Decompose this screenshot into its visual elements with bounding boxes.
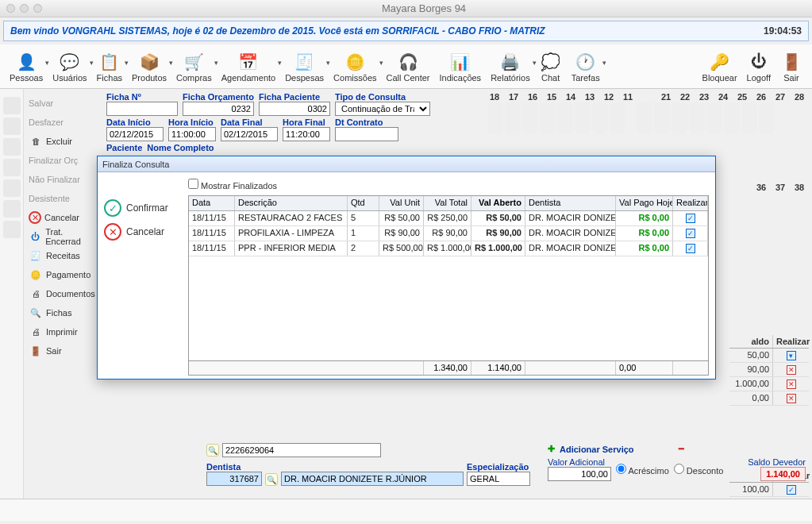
dt-contr-input[interactable]	[335, 127, 398, 141]
tooth-icon[interactable]	[672, 102, 687, 134]
mostrar-finalizados-checkbox[interactable]: Mostrar Finalizados	[188, 181, 277, 191]
cancelar-button[interactable]: ✕Cancelar	[25, 208, 102, 227]
tooth-icon[interactable]	[487, 102, 503, 134]
checkbox[interactable]: ✓	[686, 214, 695, 223]
callcenter-button[interactable]: 🎧Call Center	[382, 49, 435, 84]
mini-icon[interactable]	[3, 97, 21, 114]
ficha-n-input[interactable]	[106, 102, 178, 116]
usuarios-button[interactable]: 💬Usuários▾	[48, 49, 91, 84]
mini-icon[interactable]	[3, 138, 21, 156]
confirmar-button[interactable]: ✓Confirmar	[101, 196, 182, 220]
tarefas-button[interactable]: 🕐Tarefas▾	[567, 49, 605, 84]
search-icon[interactable]: 🔍	[265, 473, 278, 486]
table-row[interactable]: 18/11/15PPR - INFERIOR MEDIA2R$ 500,00R$…	[189, 241, 708, 256]
receitas-button[interactable]: 🧾Receitas	[25, 246, 102, 265]
mini-icon[interactable]	[3, 221, 21, 238]
checkbox[interactable]: ✕	[787, 394, 796, 403]
cart-icon: 🛒	[183, 51, 205, 73]
checkbox[interactable]: ✕	[787, 380, 796, 389]
logoff-button[interactable]: ⏻Logoff	[742, 49, 775, 84]
hora-fin-input[interactable]	[283, 127, 330, 141]
desistente-button[interactable]: Desistente	[25, 189, 102, 208]
agendamento-button[interactable]: 📅Agendamento▾	[217, 49, 281, 84]
documentos-button[interactable]: 🖨Documentos	[25, 284, 102, 303]
finaliza-consulta-modal: Finaliza Consulta ✓Confirmar ✕Cancelar M…	[97, 156, 716, 380]
close-dot[interactable]	[6, 4, 15, 13]
max-dot[interactable]	[33, 4, 42, 13]
table-row[interactable]: 18/11/15PROFILAXIA - LIMPEZA1R$ 90,00R$ …	[189, 226, 708, 241]
checkbox[interactable]: ✓	[686, 244, 695, 253]
sair-button[interactable]: 🚪Sair	[775, 49, 807, 84]
mini-icon[interactable]	[3, 179, 21, 197]
phone-input[interactable]	[222, 443, 381, 457]
checkbox[interactable]: ▾	[787, 351, 796, 360]
fichas-button[interactable]: 📋Fichas▾	[92, 49, 127, 84]
tooth-icon[interactable]	[592, 102, 608, 134]
ficha-orc-input[interactable]	[183, 102, 254, 116]
tooth-icon[interactable]	[557, 102, 573, 134]
excluir-button[interactable]: 🗑Excluir	[25, 132, 102, 151]
min-dot[interactable]	[20, 4, 29, 13]
tooth-icon[interactable]	[575, 102, 591, 134]
tooth-icon[interactable]	[540, 102, 556, 134]
data-ini-input[interactable]	[106, 127, 164, 141]
welcome-bar: Bem vindo VONGRAHL SISTEMAS, hoje é 02 d…	[3, 21, 809, 41]
bloquear-button[interactable]: 🔑Bloquear	[698, 49, 742, 84]
tooth-icon[interactable]	[654, 102, 670, 134]
pessoas-button[interactable]: 👤Pessoas▾	[5, 49, 48, 84]
mini-icon[interactable]	[3, 118, 21, 135]
dentista-nome-input[interactable]	[281, 472, 464, 486]
tooth-icon[interactable]	[724, 102, 740, 134]
imprimir-button[interactable]: 🖨Imprimir	[25, 322, 102, 341]
tooth-icon[interactable]	[759, 102, 775, 134]
ficha-pac-input[interactable]	[259, 102, 330, 116]
espec-input[interactable]	[467, 472, 530, 486]
acrescimo-radio[interactable]: Acréscimo	[616, 464, 669, 476]
minus-icon[interactable]: ━	[679, 444, 684, 454]
tooth-number: 12	[601, 92, 617, 102]
desfazer-button[interactable]: Desfazer	[25, 113, 102, 132]
relatorios-button[interactable]: 🖨️Relatórios▾	[486, 49, 535, 84]
chat-button[interactable]: 💭Chat	[535, 49, 567, 84]
data-fin-input[interactable]	[221, 127, 278, 141]
tooth-number: 13	[582, 92, 598, 102]
tooth-icon[interactable]	[505, 102, 521, 134]
modal-title: Finaliza Consulta	[98, 156, 715, 172]
search-icon[interactable]: 🔍	[206, 444, 219, 457]
salvar-button[interactable]: Salvar	[25, 94, 102, 113]
tooth-icon[interactable]	[637, 102, 652, 134]
plus-icon[interactable]: ✚	[548, 444, 555, 454]
tipo-select[interactable]: Continuação de Tratam	[335, 102, 430, 116]
tooth-icon[interactable]	[741, 102, 757, 134]
sair-side-button[interactable]: 🚪Sair	[25, 341, 102, 360]
comissoes-button[interactable]: 🪙Comissões▾	[329, 49, 381, 84]
tooth-icon[interactable]	[689, 102, 705, 134]
search-icon: 🔍	[29, 306, 43, 320]
table-row[interactable]: 18/11/15RESTAURACAO 2 FACES5R$ 50,00R$ 2…	[189, 211, 708, 226]
checkbox[interactable]: ✕	[787, 365, 796, 375]
tooth-icon[interactable]	[610, 102, 625, 134]
checkbox[interactable]: ✓	[787, 485, 796, 495]
finalizar-orc-button[interactable]: Finalizar Orç	[25, 151, 102, 170]
tooth-icon[interactable]	[522, 102, 538, 134]
desconto-radio[interactable]: Desconto	[674, 464, 724, 476]
hora-ini-input[interactable]	[168, 127, 216, 141]
despesas-button[interactable]: 🧾Despesas▾	[280, 49, 329, 84]
tooth-icon[interactable]	[706, 102, 722, 134]
fichas-side-button[interactable]: 🔍Fichas	[25, 303, 102, 322]
cancelar-modal-button[interactable]: ✕Cancelar	[101, 220, 182, 244]
mini-icon[interactable]	[3, 159, 21, 176]
dentista-id-input[interactable]	[206, 472, 262, 486]
pagamento-button[interactable]: 🪙Pagamento	[25, 265, 102, 284]
printer-icon: 🖨	[29, 287, 43, 301]
calendar-icon: 📅	[237, 51, 260, 73]
nao-finalizar-button[interactable]: Não Finalizar	[25, 170, 102, 189]
produtos-button[interactable]: 📦Produtos▾	[127, 49, 171, 84]
trat-encerrad-button[interactable]: ⏻Trat. Encerrad	[25, 227, 102, 246]
checkbox[interactable]: ✓	[686, 229, 695, 238]
compras-button[interactable]: 🛒Compras▾	[171, 49, 217, 84]
cancel-icon: ✕	[29, 211, 41, 224]
mini-icon[interactable]	[3, 200, 21, 218]
valor-adicional-input[interactable]	[548, 467, 611, 481]
indicacoes-button[interactable]: 📊Indicações	[435, 49, 487, 84]
